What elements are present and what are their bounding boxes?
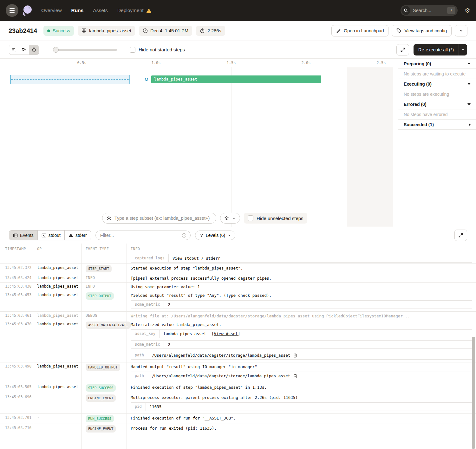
gantt-view-mode-group (9, 45, 39, 55)
step-subset-input[interactable] (102, 213, 216, 224)
dagster-logo-icon[interactable] (20, 3, 34, 17)
info-cell: Using some_parameter value: 1 (127, 283, 476, 291)
levels-dropdown[interactable]: Levels (6) (195, 231, 235, 240)
metadata-value-text: lambda_pipes_asset (163, 331, 206, 336)
event-row: 13:45:03.424lambda_pipes_assetINFO[pipes… (0, 274, 476, 283)
terminal-icon (42, 233, 46, 238)
search-icon (401, 6, 410, 15)
event-type-cell: RUN_SUCCESS (82, 414, 127, 424)
metadata-row: some_metric2 (131, 340, 472, 349)
column-op: OP (33, 244, 82, 254)
deployment-warning-icon[interactable] (146, 8, 152, 13)
op-cell: lambda_pipes_asset (33, 320, 82, 362)
reexecute-all-button[interactable]: Re-execute all (*) (414, 44, 459, 55)
axis-tick: 2.5s (377, 61, 386, 65)
step-status-section-header[interactable]: Succeeded (1) (398, 120, 476, 130)
tab-stdout[interactable]: stdout (37, 231, 64, 240)
step-subset-text-input[interactable] (114, 215, 212, 221)
step-status-section-header[interactable]: Preparing (0) (398, 59, 476, 69)
checkbox-icon[interactable] (248, 215, 253, 221)
step-status-section-header[interactable]: Executing (0) (398, 79, 476, 89)
gear-icon[interactable]: ⚙ (465, 7, 470, 14)
event-type-badge: STEP_START (86, 265, 112, 272)
info-cell: Materialized value lambda_pipes_asset.as… (127, 320, 476, 362)
timestamp-cell: 13:45:03.438 (0, 283, 33, 291)
metadata-value: 2 (164, 341, 174, 348)
gantt-step-bar[interactable]: lambda_pipes_asset (151, 75, 321, 83)
info-cell: [pipes] external process successfully op… (127, 274, 476, 282)
clear-filter-icon[interactable] (182, 233, 186, 238)
copy-path-icon[interactable] (293, 374, 297, 378)
event-type-badge: HANDLED_OUTPUT (86, 364, 120, 371)
events-fullscreen-button[interactable] (454, 230, 467, 241)
log-filter-input[interactable] (95, 231, 191, 240)
timestamp-cell: 13:45:02.372 (0, 264, 33, 274)
collapse-layers-button[interactable] (220, 213, 240, 224)
zoom-slider-knob[interactable] (53, 47, 59, 53)
event-message: Materialized value lambda_pipes_asset. (131, 322, 472, 327)
view-tags-config-button[interactable]: View tags and config (392, 25, 452, 36)
job-tag[interactable]: lambda_pipes_asset (78, 26, 135, 36)
menu-button[interactable] (6, 4, 18, 17)
reexecute-dropdown-button[interactable] (459, 44, 467, 55)
gantt-flat-view-button[interactable] (9, 45, 19, 55)
flat-view-icon (12, 47, 17, 52)
metadata-value-text: View stdout / stderr (173, 256, 220, 261)
metadata-row: captured_logsView stdout / stderr (131, 254, 472, 263)
op-cell: lambda_pipes_asset (33, 383, 82, 393)
view-asset-link[interactable]: View Asset (214, 331, 238, 336)
metadata-path-link[interactable]: /Users/alangenfeld/data/dagster/storage/… (152, 373, 290, 379)
checkbox-icon[interactable] (130, 47, 135, 53)
event-row: 13:45:03.716-ENGINE_EVENTProcess for run… (0, 424, 476, 434)
metadata-key: some_metric (131, 301, 164, 309)
zoom-slider[interactable] (54, 49, 117, 51)
timestamp-cell: 13:45:03.701 (0, 414, 33, 424)
search-placeholder: Search... (413, 8, 447, 13)
nav-runs[interactable]: Runs (71, 8, 84, 13)
step-status-section-header[interactable]: Errored (0) (398, 99, 476, 109)
metadata-value: /Users/alangenfeld/data/dagster/storage/… (148, 372, 301, 380)
event-message: Using some_parameter value: 1 (131, 284, 472, 290)
filter-funnel-icon (199, 233, 204, 238)
chevron-up-icon (232, 216, 236, 220)
timestamp-cell: 13:45:03.716 (0, 424, 33, 434)
events-scrollbar[interactable] (472, 337, 475, 449)
event-type-badge: DEBUG (86, 313, 97, 318)
event-message: Process for run exited (pid: 11635). (131, 425, 472, 431)
metadata-path-link[interactable]: /Users/alangenfeld/data/dagster/storage/… (152, 353, 290, 358)
event-type-badge: STEP_OUTPUT (86, 292, 114, 300)
grid-icon (82, 28, 87, 33)
log-filter-text-input[interactable] (100, 232, 179, 238)
status-dot-icon (47, 29, 50, 32)
events-table-header: TIMESTAMP OP EVENT TYPE INFO (0, 244, 476, 254)
event-type-cell: INFO (82, 274, 127, 282)
timestamp-cell: 13:45:03.470 (0, 320, 33, 362)
op-cell: lambda_pipes_asset (33, 312, 82, 320)
gantt-waterfall-view-button[interactable] (19, 45, 29, 55)
reexecute-split-button: Re-execute all (*) (414, 44, 467, 55)
tab-stderr[interactable]: stderr (64, 231, 91, 240)
search-input[interactable]: Search... / (401, 5, 458, 16)
copy-path-icon[interactable] (293, 353, 297, 358)
metadata-value: /Users/alangenfeld/data/dagster/storage/… (148, 351, 301, 359)
event-row: 13:45:03.696-ENGINE_EVENTMultiprocess ex… (0, 393, 476, 414)
step-status-empty-text: No steps are executing (398, 89, 476, 99)
run-header: 23ab2414 Success lambda_pipes_asset Dec … (0, 21, 476, 41)
tag-icon (396, 28, 401, 33)
stopwatch-icon (200, 28, 205, 33)
hide-unselected-checkbox[interactable]: Hide unselected steps (244, 213, 307, 224)
gantt-fullscreen-button[interactable] (396, 44, 409, 55)
metadata-value: lambda_pipes_asset [View Asset] (160, 330, 244, 338)
open-in-launchpad-button[interactable]: Open in Launchpad (331, 25, 389, 36)
nav-overview[interactable]: Overview (41, 8, 62, 13)
nav-deployment[interactable]: Deployment (117, 8, 144, 13)
info-cell: Writing file at: /Users/alangenfeld/data… (127, 312, 476, 320)
tab-events[interactable]: Events (9, 231, 37, 240)
info-cell: Handled output "result" using IO manager… (127, 362, 476, 383)
events-table: TIMESTAMP OP EVENT TYPE INFO captured_lo… (0, 244, 476, 449)
nav-assets[interactable]: Assets (93, 8, 108, 13)
header-more-button[interactable] (455, 25, 467, 36)
gantt-timed-view-button[interactable] (29, 45, 39, 55)
hide-not-started-checkbox[interactable]: Hide not started steps (130, 47, 185, 53)
column-event-type: EVENT TYPE (82, 244, 127, 254)
